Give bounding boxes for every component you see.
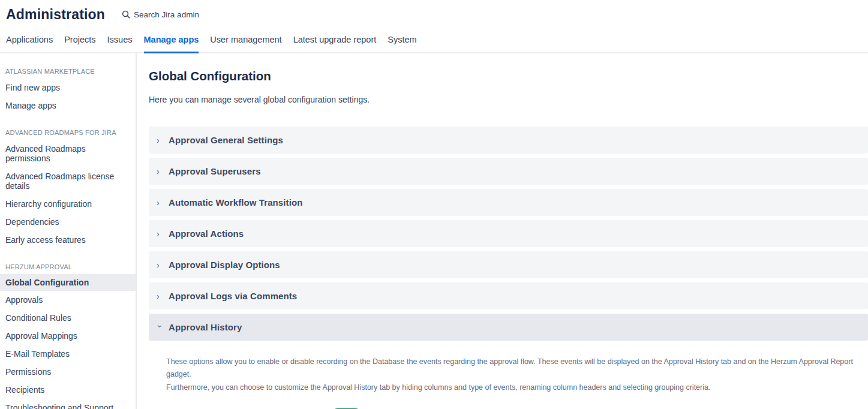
- accordion-approval-history[interactable]: › Approval History: [149, 314, 868, 341]
- chevron-right-icon: ›: [157, 167, 163, 176]
- nav-tab-manage-apps[interactable]: Manage apps: [144, 29, 199, 52]
- accordion-approval-display-options[interactable]: › Approval Display Options: [149, 251, 868, 278]
- sidebar-item-approval-mappings[interactable]: Approval Mappings: [0, 327, 136, 345]
- sidebar-heading: HERZUM APPROVAL: [0, 263, 136, 274]
- sidebar-heading: ADVANCED ROADMAPS FOR JIRA: [0, 129, 136, 140]
- page-subtitle: Here you can manage several global confi…: [149, 95, 868, 104]
- chevron-right-icon: ›: [157, 230, 163, 238]
- sidebar-item-advanced-roadmaps-permissions[interactable]: Advanced Roadmaps permissions: [0, 140, 136, 167]
- panel-title: Approval Actions: [169, 228, 244, 239]
- search-icon: [122, 10, 130, 19]
- chevron-right-icon: ›: [157, 261, 163, 269]
- sidebar-section-advanced-roadmaps: ADVANCED ROADMAPS FOR JIRA Advanced Road…: [0, 129, 136, 249]
- panel-title: Approval General Settings: [169, 135, 283, 145]
- sidebar-item-conditional-rules[interactable]: Conditional Rules: [0, 309, 136, 327]
- main-content: Global Configuration Here you can manage…: [137, 53, 868, 409]
- chevron-right-icon: ›: [157, 292, 163, 300]
- top-nav: Applications Projects Issues Manage apps…: [0, 29, 868, 53]
- sidebar-item-approvals[interactable]: Approvals: [0, 291, 136, 309]
- page-body: ATLASSIAN MARKETPLACE Find new apps Mana…: [0, 53, 868, 409]
- sidebar-item-recipients[interactable]: Recipients: [0, 381, 136, 399]
- approval-history-description-line1: These options allow you to enable or dis…: [166, 356, 868, 381]
- approval-history-content: These options allow you to enable or dis…: [149, 345, 868, 409]
- sidebar-item-early-access-features[interactable]: Early access features: [0, 231, 136, 249]
- nav-tab-latest-upgrade-report[interactable]: Latest upgrade report: [293, 29, 377, 52]
- approval-history-description-line2: Furthermore, you can choose to customize…: [166, 381, 868, 394]
- panel-title: Approval History: [169, 322, 242, 332]
- chevron-down-icon: ›: [156, 324, 164, 330]
- page-title: Global Configuration: [149, 69, 868, 83]
- sidebar-item-hierarchy-configuration[interactable]: Hierarchy configuration: [0, 195, 136, 213]
- accordion-approval-logs-via-comments[interactable]: › Approval Logs via Comments: [149, 282, 868, 309]
- sidebar-heading: ATLASSIAN MARKETPLACE: [0, 68, 136, 79]
- sidebar-item-global-configuration[interactable]: Global Configuration: [0, 274, 136, 291]
- panel-title: Approval Display Options: [169, 260, 280, 270]
- panel-title: Approval Logs via Comments: [169, 291, 297, 301]
- nav-tab-user-management[interactable]: User management: [210, 29, 281, 52]
- nav-tab-projects[interactable]: Projects: [64, 29, 95, 52]
- sidebar-section-herzum-approval: HERZUM APPROVAL Global Configuration App…: [0, 263, 136, 409]
- app-title: Administration: [6, 7, 105, 23]
- sidebar-section-atlassian-marketplace: ATLASSIAN MARKETPLACE Find new apps Mana…: [0, 68, 136, 115]
- nav-tab-system[interactable]: System: [388, 29, 416, 52]
- accordion-approval-actions[interactable]: › Approval Actions: [149, 220, 868, 247]
- nav-tab-applications[interactable]: Applications: [6, 29, 53, 52]
- sidebar-item-troubleshooting-and-support[interactable]: Troubleshooting and Support: [0, 399, 136, 409]
- sidebar: ATLASSIAN MARKETPLACE Find new apps Mana…: [0, 53, 137, 409]
- chevron-right-icon: ›: [157, 199, 163, 207]
- chevron-right-icon: ›: [157, 136, 163, 145]
- accordion-approval-superusers[interactable]: › Approval Superusers: [149, 158, 868, 185]
- nav-tab-issues[interactable]: Issues: [107, 29, 133, 52]
- sidebar-item-dependencies[interactable]: Dependencies: [0, 213, 136, 231]
- sidebar-item-manage-apps[interactable]: Manage apps: [0, 97, 136, 115]
- admin-search[interactable]: Search Jira admin: [122, 10, 199, 19]
- sidebar-item-email-templates[interactable]: E-Mail Templates: [0, 345, 136, 363]
- sidebar-item-find-new-apps[interactable]: Find new apps: [0, 79, 136, 97]
- panel-title: Approval Superusers: [169, 166, 261, 176]
- panel-title: Automatic Workflow Transition: [169, 197, 302, 207]
- app-header: Administration Search Jira admin: [0, 0, 868, 29]
- accordion-approval-general-settings[interactable]: › Approval General Settings: [149, 127, 868, 154]
- sidebar-item-advanced-roadmaps-license-details[interactable]: Advanced Roadmaps license details: [0, 167, 136, 195]
- accordion-automatic-workflow-transition[interactable]: › Automatic Workflow Transition: [149, 189, 868, 216]
- sidebar-item-permissions[interactable]: Permissions: [0, 363, 136, 381]
- search-input[interactable]: Search Jira admin: [134, 10, 199, 19]
